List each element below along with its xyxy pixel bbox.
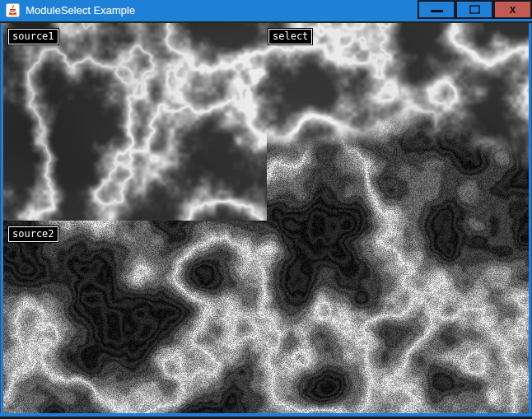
source2-noise-image (3, 221, 529, 413)
close-button[interactable]: x (493, 0, 532, 19)
window-controls: x (418, 0, 532, 22)
panel-label-source2: source2 (8, 226, 58, 242)
close-x-icon: x (510, 3, 516, 15)
panel-label-select: select (268, 29, 312, 44)
titlebar[interactable]: ModuleSelect Example x (0, 0, 532, 23)
window-border-left (0, 23, 3, 419)
window-border-bottom (0, 413, 532, 419)
app-window: ModuleSelect Example x source1 select so… (0, 0, 532, 419)
minimize-dash-icon (431, 10, 443, 12)
maximize-button[interactable] (455, 0, 493, 19)
java-coffee-cup-icon (6, 3, 20, 17)
source1-noise-image (3, 23, 267, 221)
panel-label-source1: source1 (8, 29, 58, 44)
window-title: ModuleSelect Example (26, 0, 135, 21)
maximize-square-icon (469, 5, 480, 14)
render-client-area: source1 select source2 (3, 23, 529, 413)
window-border-right (529, 23, 532, 419)
minimize-button[interactable] (418, 0, 455, 19)
